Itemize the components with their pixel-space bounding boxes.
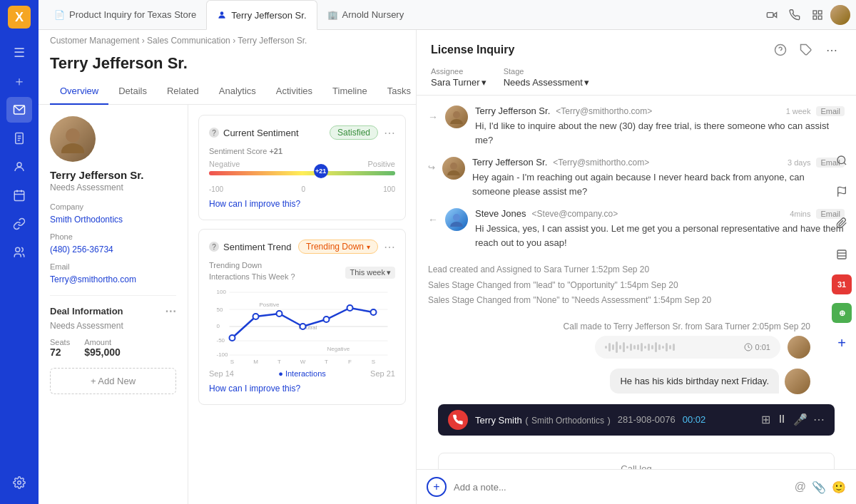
call-record-section: Call made to Terry Jefferson Sr. from Sa… xyxy=(428,322,845,359)
video-call-button[interactable] xyxy=(762,5,782,25)
sidebar-logo[interactable]: X xyxy=(8,6,31,29)
svg-point-46 xyxy=(300,324,306,329)
improve-link-1[interactable]: How can I improve this? xyxy=(209,199,300,209)
tab-analytics[interactable]: Analytics xyxy=(209,78,266,105)
add-note-plus-btn[interactable]: + xyxy=(427,477,447,497)
tab-timeline[interactable]: Timeline xyxy=(322,78,377,105)
breadcrumb-sales-comm[interactable]: Sales Communication xyxy=(147,36,230,46)
contact-avatar xyxy=(50,116,96,162)
tab-terry-jefferson-label: Terry Jefferson Sr. xyxy=(231,10,306,21)
license-tag-icon[interactable] xyxy=(796,40,816,60)
svg-point-12 xyxy=(16,247,20,252)
svg-text:Positive: Positive xyxy=(260,302,280,308)
tab-terry-jefferson[interactable]: Terry Jefferson Sr. xyxy=(206,0,317,30)
svg-text:Negative: Negative xyxy=(327,346,350,352)
audio-playback-bar[interactable]: 0:01 xyxy=(595,336,780,359)
sidebar-nav-add[interactable]: ＋ xyxy=(6,68,32,94)
stage-dropdown[interactable]: Needs Assessment ▾ xyxy=(504,77,589,88)
add-note-mention[interactable]: @ xyxy=(795,480,806,494)
license-icon-1[interactable] xyxy=(770,40,790,60)
svg-point-13 xyxy=(18,481,21,485)
license-meta: Assignee Sara Turner ▾ Stage Needs Asses… xyxy=(431,67,842,88)
this-week-selector[interactable]: This week ▾ xyxy=(345,267,395,279)
tab-product-inquiry[interactable]: 📄 Product Inquiry for Texas Store xyxy=(44,0,206,30)
grid-button[interactable] xyxy=(807,5,827,25)
call-bar-number: 281-908-0076 xyxy=(618,414,676,425)
axis-left: -100 xyxy=(209,185,223,193)
add-new-button[interactable]: + Add New xyxy=(50,368,176,394)
sidebar-nav-docs[interactable] xyxy=(6,125,32,151)
call-grid-btn[interactable]: ⊞ xyxy=(761,413,770,426)
call-bar-avatar xyxy=(448,410,468,430)
svg-point-21 xyxy=(66,128,80,143)
sidebar-nav-settings[interactable] xyxy=(6,470,32,495)
msg-time-2: 3 days xyxy=(788,158,810,167)
msg-email-1: <Terry@smithortho.com> xyxy=(556,106,652,116)
sidebar-nav-calendar[interactable] xyxy=(6,182,32,208)
sidebar-nav-groups[interactable] xyxy=(6,240,32,265)
svg-text:100: 100 xyxy=(217,289,227,295)
paperclip-toolbar-btn[interactable] xyxy=(830,212,853,235)
tab-arnold-nursery[interactable]: 🏢 Arnold Nursery xyxy=(317,0,414,30)
phone-button[interactable] xyxy=(785,5,805,25)
message-row-1: → Terry Jefferson Sr. <Terry@smithortho.… xyxy=(428,106,845,147)
tab-tasks[interactable]: Tasks xyxy=(377,78,417,105)
sidebar-nav-links[interactable] xyxy=(6,211,32,237)
svg-marker-16 xyxy=(773,12,777,17)
svg-rect-17 xyxy=(813,11,817,14)
svg-point-64 xyxy=(450,222,463,227)
avatar-button[interactable] xyxy=(830,5,850,25)
sentiment-badge: Satisfied xyxy=(330,125,378,140)
sentiment-menu-btn[interactable]: ⋯ xyxy=(384,126,395,140)
msg-email-2: <Terry@smithortho.com> xyxy=(553,158,649,168)
license-more-btn[interactable]: ⋯ xyxy=(822,40,842,60)
contact-status: Needs Assessment xyxy=(50,182,176,192)
amount-value: $95,000 xyxy=(84,346,121,358)
positive-label: Positive xyxy=(367,160,395,168)
assignee-dropdown[interactable]: Sara Turner ▾ xyxy=(431,77,486,88)
call-more-btn[interactable]: ⋯ xyxy=(813,413,825,426)
axis-mid: 0 xyxy=(301,185,305,193)
trend-card-title: Sentiment Trend xyxy=(223,242,291,252)
tab-details[interactable]: Details xyxy=(108,78,157,105)
trend-sub2: Interactions This Week ? xyxy=(209,272,295,281)
contact-info-panel: Terry Jefferson Sr. Needs Assessment Com… xyxy=(39,105,188,504)
phone-link[interactable]: (480) 256-36734 xyxy=(50,245,113,254)
tab-product-inquiry-label: Product Inquiry for Texas Store xyxy=(69,9,196,20)
svg-text:S: S xyxy=(372,359,375,365)
add-note-attach[interactable]: 📎 xyxy=(812,480,826,494)
tab-activities[interactable]: Activities xyxy=(266,78,322,105)
flag-toolbar-btn[interactable] xyxy=(830,180,853,203)
breadcrumb-customer-mgmt[interactable]: Customer Management xyxy=(50,36,139,46)
msg-text-2: Hey again - I'm reaching out again becau… xyxy=(472,170,845,198)
layout-toolbar-btn[interactable] xyxy=(830,243,853,266)
svg-point-7 xyxy=(17,163,21,167)
contact-full-name: Terry Jefferson Sr. xyxy=(50,169,176,181)
tab-related[interactable]: Related xyxy=(157,78,209,105)
clock-icon xyxy=(744,343,753,351)
trend-badge: Trending Down ▾ xyxy=(298,240,378,254)
add-note-emoji[interactable]: 🙂 xyxy=(832,480,846,494)
svg-text:F: F xyxy=(348,359,352,365)
svg-rect-19 xyxy=(813,16,817,19)
trend-menu-btn[interactable]: ⋯ xyxy=(384,240,395,254)
search-toolbar-btn[interactable] xyxy=(830,149,853,172)
email-link[interactable]: Terry@smithortho.com xyxy=(50,274,136,284)
tab-overview[interactable]: Overview xyxy=(50,78,108,105)
msg-text-3: Hi Jessica, yes, I can assist you. Let m… xyxy=(475,222,845,250)
company-link[interactable]: Smith Orthodontics xyxy=(50,215,123,225)
svg-text:S: S xyxy=(230,359,234,365)
deal-menu-btn[interactable]: ⋯ xyxy=(165,304,176,318)
svg-point-63 xyxy=(453,214,460,221)
company-label: Company xyxy=(50,202,176,211)
msg-avatar-3 xyxy=(445,208,468,231)
call-mute-btn[interactable]: 🎤 xyxy=(793,413,807,426)
sidebar-nav-contacts[interactable] xyxy=(6,154,32,180)
call-pause-btn[interactable]: ⏸ xyxy=(776,413,788,426)
sidebar-nav-home[interactable]: ☰ xyxy=(6,40,32,66)
add-note-input[interactable] xyxy=(454,482,788,493)
sidebar-nav-mail[interactable] xyxy=(6,97,32,123)
svg-point-59 xyxy=(453,111,460,118)
add-toolbar-btn[interactable]: + xyxy=(830,331,853,354)
improve-link-2[interactable]: How can I improve this? xyxy=(209,384,300,394)
